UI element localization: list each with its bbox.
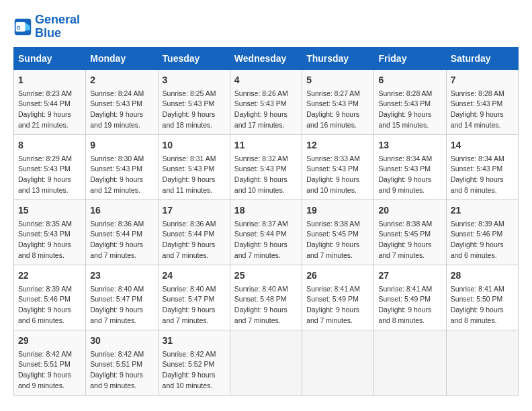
calendar-cell bbox=[446, 330, 518, 395]
day-number: 15 bbox=[18, 203, 81, 218]
sunset-label: Sunset: 5:43 PM bbox=[378, 99, 431, 107]
calendar-cell: 20 Sunrise: 8:38 AM Sunset: 5:45 PM Dayl… bbox=[374, 199, 446, 265]
calendar-cell: 3 Sunrise: 8:25 AM Sunset: 5:43 PM Dayli… bbox=[158, 69, 230, 134]
sunrise-label: Sunrise: 8:40 AM bbox=[163, 285, 216, 293]
calendar-cell: 4 Sunrise: 8:26 AM Sunset: 5:43 PM Dayli… bbox=[230, 69, 302, 134]
daylight-label: Daylight: 9 hours and 8 minutes. bbox=[18, 240, 71, 259]
sunrise-label: Sunrise: 8:23 AM bbox=[18, 89, 72, 97]
daylight-label: Daylight: 9 hours and 9 minutes. bbox=[18, 371, 71, 390]
day-number: 10 bbox=[163, 138, 226, 152]
day-number: 26 bbox=[306, 269, 369, 283]
daylight-label: Daylight: 9 hours and 7 minutes. bbox=[234, 240, 287, 259]
daylight-label: Daylight: 9 hours and 10 minutes. bbox=[163, 371, 216, 390]
daylight-label: Daylight: 9 hours and 7 minutes. bbox=[90, 240, 143, 259]
calendar-cell: 12 Sunrise: 8:33 AM Sunset: 5:43 PM Dayl… bbox=[302, 134, 374, 199]
day-number: 23 bbox=[90, 269, 153, 283]
daylight-label: Daylight: 9 hours and 8 minutes. bbox=[451, 306, 504, 324]
day-number: 24 bbox=[163, 269, 226, 283]
calendar-cell: 21 Sunrise: 8:39 AM Sunset: 5:46 PM Dayl… bbox=[446, 199, 518, 265]
calendar-cell: 24 Sunrise: 8:40 AM Sunset: 5:47 PM Dayl… bbox=[158, 265, 230, 330]
calendar-cell: 17 Sunrise: 8:36 AM Sunset: 5:44 PM Dayl… bbox=[158, 199, 230, 265]
sunset-label: Sunset: 5:43 PM bbox=[163, 165, 215, 173]
sunrise-label: Sunrise: 8:28 AM bbox=[378, 89, 432, 97]
daylight-label: Daylight: 9 hours and 8 minutes. bbox=[378, 306, 431, 324]
day-number: 14 bbox=[451, 138, 514, 152]
calendar-cell: 29 Sunrise: 8:42 AM Sunset: 5:51 PM Dayl… bbox=[14, 330, 86, 395]
calendar-cell: 23 Sunrise: 8:40 AM Sunset: 5:47 PM Dayl… bbox=[86, 265, 158, 330]
calendar-cell: 18 Sunrise: 8:37 AM Sunset: 5:44 PM Dayl… bbox=[230, 199, 302, 265]
sunset-label: Sunset: 5:43 PM bbox=[378, 165, 431, 173]
daylight-label: Daylight: 9 hours and 6 minutes. bbox=[451, 240, 504, 259]
sunrise-label: Sunrise: 8:31 AM bbox=[163, 154, 216, 163]
weekday-header: Friday bbox=[374, 47, 446, 69]
calendar-row: 22 Sunrise: 8:39 AM Sunset: 5:46 PM Dayl… bbox=[14, 265, 519, 330]
calendar-cell: 6 Sunrise: 8:28 AM Sunset: 5:43 PM Dayli… bbox=[374, 69, 446, 134]
sunset-label: Sunset: 5:48 PM bbox=[234, 295, 287, 303]
sunrise-label: Sunrise: 8:34 AM bbox=[378, 154, 432, 163]
day-number: 3 bbox=[163, 73, 226, 87]
sunset-label: Sunset: 5:43 PM bbox=[90, 99, 142, 107]
logo-text: General Blue bbox=[35, 13, 80, 40]
calendar-cell: 9 Sunrise: 8:30 AM Sunset: 5:43 PM Dayli… bbox=[86, 134, 158, 199]
day-number: 1 bbox=[18, 73, 81, 87]
calendar-cell: 30 Sunrise: 8:42 AM Sunset: 5:51 PM Dayl… bbox=[86, 330, 158, 395]
daylight-label: Daylight: 9 hours and 11 minutes. bbox=[163, 175, 216, 194]
day-number: 16 bbox=[90, 203, 153, 218]
calendar-cell: 28 Sunrise: 8:41 AM Sunset: 5:50 PM Dayl… bbox=[446, 265, 518, 330]
daylight-label: Daylight: 9 hours and 17 minutes. bbox=[234, 110, 287, 129]
sunset-label: Sunset: 5:44 PM bbox=[163, 230, 215, 238]
daylight-label: Daylight: 9 hours and 19 minutes. bbox=[90, 110, 143, 129]
calendar-cell: 8 Sunrise: 8:29 AM Sunset: 5:43 PM Dayli… bbox=[14, 134, 86, 199]
calendar-cell: 14 Sunrise: 8:34 AM Sunset: 5:43 PM Dayl… bbox=[446, 134, 518, 199]
daylight-label: Daylight: 9 hours and 14 minutes. bbox=[451, 110, 504, 129]
weekday-header: Monday bbox=[86, 47, 158, 69]
daylight-label: Daylight: 9 hours and 7 minutes. bbox=[306, 240, 359, 259]
sunset-label: Sunset: 5:51 PM bbox=[90, 360, 142, 368]
day-number: 20 bbox=[378, 203, 441, 218]
sunrise-label: Sunrise: 8:41 AM bbox=[451, 285, 504, 293]
header: G General Blue bbox=[13, 13, 519, 40]
day-number: 11 bbox=[234, 138, 298, 152]
daylight-label: Daylight: 9 hours and 7 minutes. bbox=[306, 306, 359, 324]
sunset-label: Sunset: 5:43 PM bbox=[234, 165, 287, 173]
calendar-cell bbox=[230, 330, 302, 395]
day-number: 27 bbox=[378, 269, 441, 283]
sunrise-label: Sunrise: 8:35 AM bbox=[18, 220, 72, 228]
daylight-label: Daylight: 9 hours and 6 minutes. bbox=[18, 306, 71, 324]
sunset-label: Sunset: 5:43 PM bbox=[18, 230, 71, 238]
sunset-label: Sunset: 5:50 PM bbox=[451, 295, 503, 303]
day-number: 2 bbox=[90, 73, 153, 87]
daylight-label: Daylight: 9 hours and 15 minutes. bbox=[378, 110, 431, 129]
sunrise-label: Sunrise: 8:41 AM bbox=[306, 285, 360, 293]
calendar-cell: 13 Sunrise: 8:34 AM Sunset: 5:43 PM Dayl… bbox=[374, 134, 446, 199]
sunset-label: Sunset: 5:46 PM bbox=[451, 230, 503, 238]
sunrise-label: Sunrise: 8:39 AM bbox=[18, 285, 72, 293]
sunrise-label: Sunrise: 8:34 AM bbox=[451, 154, 504, 163]
daylight-label: Daylight: 9 hours and 10 minutes. bbox=[306, 175, 359, 194]
calendar-row: 8 Sunrise: 8:29 AM Sunset: 5:43 PM Dayli… bbox=[14, 134, 519, 199]
weekday-header: Tuesday bbox=[158, 47, 230, 69]
daylight-label: Daylight: 9 hours and 9 minutes. bbox=[90, 371, 143, 390]
calendar-cell: 19 Sunrise: 8:38 AM Sunset: 5:45 PM Dayl… bbox=[302, 199, 374, 265]
sunrise-label: Sunrise: 8:32 AM bbox=[234, 154, 288, 163]
calendar-row: 1 Sunrise: 8:23 AM Sunset: 5:44 PM Dayli… bbox=[14, 69, 519, 134]
calendar-cell bbox=[374, 330, 446, 395]
sunrise-label: Sunrise: 8:24 AM bbox=[90, 89, 144, 97]
day-number: 29 bbox=[18, 334, 81, 348]
weekday-header: Wednesday bbox=[230, 47, 302, 69]
day-number: 9 bbox=[90, 138, 153, 152]
sunrise-label: Sunrise: 8:42 AM bbox=[163, 350, 216, 358]
sunrise-label: Sunrise: 8:40 AM bbox=[90, 285, 144, 293]
daylight-label: Daylight: 9 hours and 8 minutes. bbox=[451, 175, 504, 194]
sunset-label: Sunset: 5:43 PM bbox=[163, 99, 215, 107]
daylight-label: Daylight: 9 hours and 16 minutes. bbox=[306, 110, 359, 129]
calendar-row: 29 Sunrise: 8:42 AM Sunset: 5:51 PM Dayl… bbox=[14, 330, 519, 395]
sunset-label: Sunset: 5:45 PM bbox=[378, 230, 431, 238]
sunrise-label: Sunrise: 8:33 AM bbox=[306, 154, 360, 163]
day-number: 18 bbox=[234, 203, 298, 218]
calendar-cell: 16 Sunrise: 8:36 AM Sunset: 5:44 PM Dayl… bbox=[86, 199, 158, 265]
sunrise-label: Sunrise: 8:27 AM bbox=[306, 89, 360, 97]
sunrise-label: Sunrise: 8:38 AM bbox=[306, 220, 360, 228]
sunrise-label: Sunrise: 8:42 AM bbox=[18, 350, 72, 358]
sunset-label: Sunset: 5:43 PM bbox=[451, 99, 503, 107]
